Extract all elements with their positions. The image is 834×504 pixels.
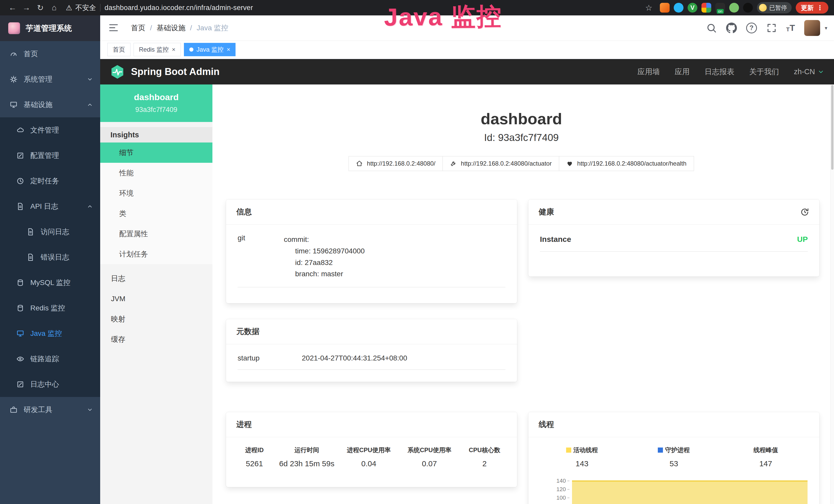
sidebar-item-tracing[interactable]: 链路追踪 [0,346,100,371]
sba-item-scheduled-tasks[interactable]: 计划任务 [100,244,213,264]
search-icon[interactable] [706,23,717,33]
sidebar-item-home[interactable]: 首页 [0,41,100,67]
sba-nav-applications[interactable]: 应用 [675,67,690,77]
active-dot [189,47,193,52]
sidebar-item-api-logs[interactable]: API 日志 [0,193,100,219]
sba-item-logs[interactable]: 日志 [100,268,213,289]
security-label: 不安全 [75,3,96,12]
sba-nav-about[interactable]: 关于我们 [749,67,779,77]
divider [100,4,101,12]
info-card: 信息 git commit: time: 1596289704000 id: 2… [226,200,517,303]
fullscreen-icon[interactable] [766,23,777,33]
sba-item-environment[interactable]: 环境 [100,183,213,203]
paused-label: 已暂停 [769,4,787,12]
sidebar-item-mysql-monitor[interactable]: MySQL 监控 [0,270,100,295]
chevron-up-icon [87,203,93,209]
scrollbar[interactable] [830,85,834,504]
peak-threads-value: 147 [720,459,812,468]
sidebar-item-infra[interactable]: 基础设施 [0,92,100,117]
extension-leaf-icon[interactable] [729,3,739,13]
reload-icon[interactable]: ↻ [34,3,47,13]
sba-nav-wallboard[interactable]: 应用墙 [637,67,660,77]
extension-on-badge: on [717,9,724,14]
sidebar-item-system[interactable]: 系统管理 [0,67,100,92]
help-icon[interactable]: ? [746,23,757,33]
scrollbar-thumb[interactable] [831,85,833,170]
threads-card: 线程 活动线程 守护进程 线程峰值 143 53 147 140 120 100 [528,412,819,504]
extension-switch-icon[interactable]: on [715,3,725,13]
tags-view-bar: 首页 Redis 监控 × Java 监控 × [100,40,834,59]
github-icon[interactable] [726,23,737,33]
heart-icon [566,160,573,167]
live-threads-swatch [566,448,571,453]
sidebar-item-dev-tools[interactable]: 研发工具 [0,397,100,422]
forward-icon[interactable]: → [20,3,34,12]
extension-grid-icon[interactable] [701,3,711,13]
tab-redis-monitor[interactable]: Redis 监控 × [134,43,181,56]
sidebar-item-java-monitor[interactable]: Java 监控 [0,321,100,346]
instance-id: 93a3fc7f7409 [100,106,213,114]
breadcrumb: 首页 / 基础设施 / Java 监控 [131,16,228,40]
threads-card-title: 线程 [539,419,554,430]
tab-java-monitor[interactable]: Java 监控 × [184,43,236,56]
site-security[interactable]: ⚠ 不安全 [66,3,96,12]
wrench-icon [450,160,457,167]
extension-drop-icon[interactable] [674,3,683,13]
daemon-threads-value: 53 [628,459,720,468]
app-logo[interactable]: 芋道管理系统 [0,16,100,41]
health-status-up: UP [797,235,808,244]
breadcrumb-current: Java 监控 [197,23,228,33]
bookmark-star-icon[interactable]: ☆ [642,3,656,13]
app-title: 芋道管理系统 [26,23,72,33]
health-card-title: 健康 [539,207,554,217]
sidebar-item-file-manage[interactable]: 文件管理 [0,117,100,143]
sidebar-item-log-center[interactable]: 日志中心 [0,371,100,397]
sidebar-item-redis-monitor[interactable]: Redis 监控 [0,295,100,321]
extension-fox-icon[interactable] [660,3,670,13]
process-uptime: 6d 23h 15m 59s [275,459,338,468]
history-icon[interactable] [800,208,809,216]
extension-v-icon[interactable]: V [687,3,697,13]
address-bar[interactable]: dashboard.yudao.iocoder.cn/infra/admin-s… [105,4,253,12]
breadcrumb-home[interactable]: 首页 [131,23,146,33]
chevron-down-icon [817,69,824,75]
sba-item-details[interactable]: 细节 [100,142,213,163]
extension-paused-chip[interactable]: 已暂停 [757,2,792,13]
home-icon[interactable]: ⌂ [47,3,61,12]
sba-item-classes[interactable]: 类 [100,203,213,224]
update-label: 更新 [801,4,814,12]
service-url-link[interactable]: http://192.168.0.2:48080/ [349,156,443,171]
smiley-icon [759,4,767,12]
sba-item-config-props[interactable]: 配置属性 [100,224,213,244]
sba-content: dashboard Id: 93a3fc7f7409 http://192.16… [213,85,830,504]
sidebar-item-error-logs[interactable]: 错误日志 [0,245,100,270]
close-icon[interactable]: × [172,46,175,53]
extension-dark-icon[interactable] [743,3,753,13]
sidebar-item-access-logs[interactable]: 访问日志 [0,219,100,245]
info-card-title: 信息 [236,207,252,217]
daemon-threads-swatch [658,448,663,453]
font-size-icon[interactable]: TT [786,23,795,33]
sba-item-caches[interactable]: 缓存 [100,329,213,349]
sba-item-jvm[interactable]: JVM [100,289,213,309]
sba-item-mappings[interactable]: 映射 [100,309,213,329]
sba-brand[interactable]: Spring Boot Admin [110,65,220,79]
actuator-url-link[interactable]: http://192.168.0.2:48080/actuator [443,156,559,171]
sba-locale-select[interactable]: zh-CN [794,68,824,76]
close-icon[interactable]: × [226,46,230,53]
tab-home[interactable]: 首页 [107,43,130,56]
instance-header: dashboard 93a3fc7f7409 [100,85,213,122]
sba-nav-journal[interactable]: 日志报表 [705,67,734,77]
hamburger-icon[interactable] [108,23,119,33]
sba-item-metrics[interactable]: 性能 [100,163,213,183]
user-avatar[interactable] [804,20,820,36]
sidebar-item-scheduled-jobs[interactable]: 定时任务 [0,168,100,193]
health-url-link[interactable]: http://192.168.0.2:48080/actuator/health [559,156,694,171]
breadcrumb-infra[interactable]: 基础设施 [157,23,185,33]
avatar-caret-icon[interactable]: ▾ [825,25,827,31]
sba-logo-icon [110,65,125,79]
chrome-update-button[interactable]: 更新 ⋮ [796,2,828,14]
live-threads-value: 143 [536,459,628,468]
sidebar-item-config-manage[interactable]: 配置管理 [0,143,100,168]
back-icon[interactable]: ← [6,3,20,12]
